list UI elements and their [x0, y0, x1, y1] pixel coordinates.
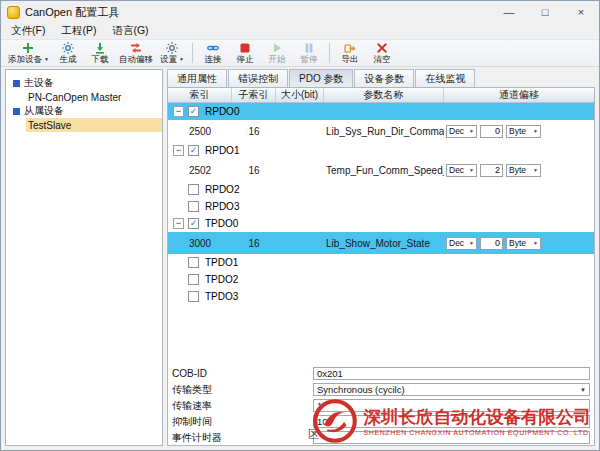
pdo-group-row-rpdo2[interactable]: RPDO2 — [168, 181, 594, 198]
tree-group-slave[interactable]: 从属设备 — [6, 104, 162, 118]
pdo-group-row-rpdo3[interactable]: RPDO3 — [168, 198, 594, 215]
format-select[interactable]: Dec▼ — [446, 164, 477, 177]
toolbar-separator — [192, 43, 193, 63]
settings-button[interactable]: 设置▼ — [156, 40, 188, 66]
tab-error-control[interactable]: 错误控制 — [228, 69, 288, 87]
auto-offset-button[interactable]: 自动偏移 — [116, 40, 156, 66]
pdo-group-row-tpdo0[interactable]: TPDO0 — [168, 215, 594, 232]
export-label: 导出 — [341, 54, 358, 65]
clipped-text-fragment: 区 — [308, 427, 319, 442]
download-label: 下载 — [91, 54, 108, 65]
unit-select[interactable]: Byte▼ — [506, 164, 541, 177]
transfer-type-value: Synchronous (cycilc) — [317, 384, 405, 395]
format-value: Dec — [449, 165, 464, 175]
unit-select[interactable]: Byte▼ — [506, 237, 541, 250]
menu-language[interactable]: 语言(G) — [104, 24, 156, 38]
collapse-icon[interactable] — [173, 145, 184, 156]
pdo-group-row-rpdo1[interactable]: RPDO1 — [168, 142, 594, 159]
start-button[interactable]: 开始 — [261, 40, 293, 66]
pdo-group-label: RPDO2 — [205, 184, 239, 195]
download-icon — [94, 42, 106, 54]
offset-input[interactable]: 0 — [480, 125, 503, 138]
pdo-checkbox[interactable] — [188, 184, 199, 195]
download-button[interactable]: 下载 — [84, 40, 116, 66]
maximize-button[interactable]: □ — [527, 1, 563, 23]
tree-group-slave-label: 从属设备 — [24, 104, 64, 118]
pdo-param-row[interactable]: 2500 16 Lib_Sys_Run_Dir_Command Dec▼ 0 B… — [168, 120, 594, 142]
menu-project[interactable]: 工程(P) — [53, 24, 104, 38]
pdo-group-row-tpdo3[interactable]: TPDO3 — [168, 288, 594, 305]
generate-button[interactable]: 生成 — [52, 40, 84, 66]
stop-button[interactable]: 停止 — [229, 40, 261, 66]
channel-offset-cell: Dec▼ 0 Byte▼ — [444, 237, 594, 250]
play-icon — [271, 42, 283, 54]
start-label: 开始 — [268, 54, 285, 65]
add-device-button[interactable]: 添加设备▼ — [5, 40, 52, 66]
clear-button[interactable]: 清空 — [366, 40, 398, 66]
collapse-icon[interactable] — [173, 218, 184, 229]
add-device-icon — [22, 42, 34, 54]
clear-label: 清空 — [373, 54, 390, 65]
tab-bar: 通用属性 错误控制 PDO 参数 设备参数 在线监视 — [167, 69, 595, 87]
tree-group-master[interactable]: 主设备 — [6, 76, 162, 90]
pdo-group-row-tpdo1[interactable]: TPDO1 — [168, 254, 594, 271]
transfer-type-select[interactable]: Synchronous (cycilc) ▼ — [313, 383, 590, 396]
event-timer-input[interactable] — [313, 431, 590, 444]
format-select[interactable]: Dec▼ — [446, 125, 477, 138]
main-panel: 通用属性 错误控制 PDO 参数 设备参数 在线监视 索引 子索引 大小(bit… — [167, 69, 595, 446]
inhibit-time-input[interactable]: 10 — [313, 415, 590, 428]
pdo-checkbox[interactable] — [188, 201, 199, 212]
pause-button[interactable]: 暂停 — [293, 40, 325, 66]
transfer-type-label: 传输类型 — [168, 383, 313, 397]
tab-device-params[interactable]: 设备参数 — [354, 69, 414, 87]
pdo-checkbox[interactable] — [188, 291, 199, 302]
export-button[interactable]: 导出 — [334, 40, 366, 66]
close-button[interactable]: × — [563, 1, 599, 23]
pdo-checkbox[interactable] — [188, 257, 199, 268]
transfer-rate-input[interactable]: 1 — [313, 399, 590, 412]
tab-general[interactable]: 通用属性 — [167, 69, 227, 87]
pdo-param-row[interactable]: 3000 16 Lib_Show_Motor_State Dec▼ 0 Byte… — [168, 232, 594, 254]
app-window: CanOpen 配置工具 — □ × 文件(F) 工程(P) 语言(G) 添加设… — [0, 0, 600, 451]
param-subindex: 16 — [232, 126, 276, 137]
format-select[interactable]: Dec▼ — [446, 237, 477, 250]
unit-value: Byte — [509, 126, 526, 136]
pdo-group-row-tpdo2[interactable]: TPDO2 — [168, 271, 594, 288]
tree-item-pn-canopen-master[interactable]: PN-CanOpen Master — [6, 90, 162, 104]
stop-label: 停止 — [236, 54, 253, 65]
pdo-param-row[interactable]: 2502 16 Temp_Fun_Comm_Speed_Comm Dec▼ 2 … — [168, 159, 594, 181]
unit-value: Byte — [509, 238, 526, 248]
pdo-checkbox[interactable] — [188, 274, 199, 285]
pdo-checkbox[interactable] — [188, 106, 199, 117]
cob-id-input[interactable]: 0x201 — [313, 367, 590, 380]
connect-button[interactable]: 连接 — [197, 40, 229, 66]
offset-input[interactable]: 2 — [480, 164, 503, 177]
device-group-icon — [13, 108, 20, 115]
clear-icon — [376, 42, 388, 54]
unit-select[interactable]: Byte▼ — [506, 125, 541, 138]
format-value: Dec — [449, 238, 464, 248]
chevron-down-icon: ▼ — [469, 128, 474, 134]
param-index: 3000 — [168, 238, 232, 249]
pdo-checkbox[interactable] — [188, 145, 199, 156]
window-title: CanOpen 配置工具 — [25, 5, 119, 20]
pause-icon — [303, 42, 315, 54]
minimize-button[interactable]: — — [491, 1, 527, 23]
tab-online-monitor[interactable]: 在线监视 — [415, 69, 475, 87]
collapse-icon[interactable] — [173, 106, 184, 117]
pdo-checkbox[interactable] — [188, 218, 199, 229]
auto-offset-icon — [130, 42, 142, 54]
tab-pdo-params[interactable]: PDO 参数 — [289, 69, 353, 87]
generate-label: 生成 — [59, 54, 76, 65]
pdo-group-row-rpdo0[interactable]: RPDO0 — [168, 103, 594, 120]
pdo-group-label: TPDO1 — [205, 257, 238, 268]
offset-input[interactable]: 0 — [480, 237, 503, 250]
tree-item-testslave[interactable]: TestSlave — [6, 118, 162, 132]
settings-label: 设置 — [160, 54, 177, 65]
tree-group-master-label: 主设备 — [24, 76, 54, 90]
menu-file[interactable]: 文件(F) — [3, 24, 53, 38]
connect-label: 连接 — [204, 54, 221, 65]
pause-label: 暂停 — [300, 54, 317, 65]
pdo-table: 索引 子索引 大小(bit) 参数名称 通道偏移 RPDO0 2500 — [168, 88, 594, 365]
pdo-group-label: RPDO3 — [205, 201, 239, 212]
